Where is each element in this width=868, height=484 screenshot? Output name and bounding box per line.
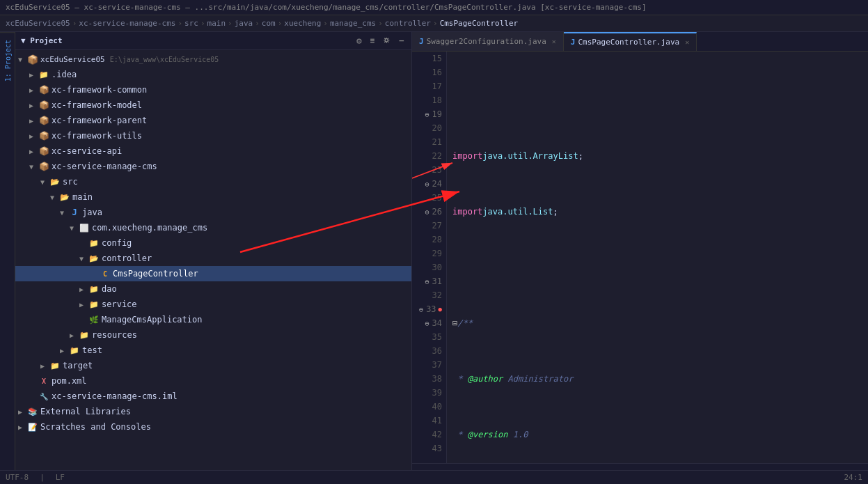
cms-tab-label: CmsPageController.java bbox=[578, 38, 679, 47]
tree-item-src[interactable]: ▼ 📂 src bbox=[15, 174, 411, 189]
tree-item-idea[interactable]: ▶ 📁 .idea bbox=[15, 67, 411, 82]
sidebar: ▼ Project ⚙ ≡ ⛭ – ▼ 📦 xcEduService05 E:\… bbox=[15, 32, 412, 470]
fold-icon-24[interactable]: ⊖ bbox=[425, 180, 429, 188]
breadcrumb-item-3[interactable]: main bbox=[207, 19, 226, 28]
tree-item-test[interactable]: ▶ 📁 test bbox=[15, 343, 411, 358]
folder-open-icon-java: J bbox=[69, 208, 80, 217]
main-layout: 1: Project ▼ Project ⚙ ≡ ⛭ – ▼ 📦 xcEduSe… bbox=[0, 32, 868, 470]
fold-icon-31[interactable]: ⊖ bbox=[425, 278, 429, 286]
idea-label: .idea bbox=[52, 70, 77, 79]
scratch-icon: 📝 bbox=[27, 422, 38, 432]
code-line-16: import java.util.ArrayList; bbox=[452, 149, 862, 163]
tree-item-service-api[interactable]: ▶ 📦 xc-service-api bbox=[15, 143, 411, 159]
tree-item-resources[interactable]: ▶ 📁 resources bbox=[15, 327, 411, 343]
code-content[interactable]: 15 16 17 18 ⊖19 20 21 22 23 ⊖24 25 ⊖26 2… bbox=[412, 52, 868, 463]
tab-swagger[interactable]: J Swagger2Configuration.java ✕ bbox=[412, 32, 564, 51]
code-line-19: ⊟/** bbox=[452, 316, 862, 330]
tree-item-root[interactable]: ▼ 📦 xcEduService05 E:\java_www\xcEduServ… bbox=[15, 52, 411, 67]
module-icon-model: 📦 bbox=[38, 100, 49, 110]
code-line-20: * @author Administrator bbox=[452, 372, 862, 386]
settings-icon[interactable]: ⛭ bbox=[381, 36, 393, 46]
java-file-icon: C bbox=[100, 269, 111, 279]
lib-icon: 📚 bbox=[27, 407, 38, 416]
breadcrumb-item-1[interactable]: xc-service-manage-cms bbox=[79, 19, 175, 28]
tree-item-framework-common[interactable]: ▶ 📦 xc-framework-common bbox=[15, 82, 411, 97]
xml-icon-pom: X bbox=[38, 376, 49, 386]
tree-item-package[interactable]: ▼ ⬜ com.xuecheng.manage_cms bbox=[15, 220, 411, 235]
module-icon-cms: 📦 bbox=[38, 162, 49, 171]
fold-icon-19[interactable]: ⊖ bbox=[425, 111, 429, 118]
project-tree: ▼ 📦 xcEduService05 E:\java_www\xcEduServ… bbox=[15, 50, 411, 470]
breadcrumb-item-7[interactable]: manage_cms bbox=[330, 19, 376, 28]
status-line-sep: | bbox=[40, 473, 45, 482]
tree-item-manage-cms-app[interactable]: ▶ 🌿 ManageCmsApplication bbox=[15, 312, 411, 327]
tree-item-config[interactable]: ▶ 📁 config bbox=[15, 235, 411, 251]
breadcrumb-item-6[interactable]: xuecheng bbox=[284, 19, 321, 28]
module-icon: 📦 bbox=[27, 54, 38, 64]
tab-cmscontroller[interactable]: J CmsPageController.java ✕ bbox=[564, 32, 697, 51]
code-area: J Swagger2Configuration.java ✕ J CmsPage… bbox=[412, 32, 868, 470]
tree-item-framework-utils[interactable]: ▶ 📦 xc-framework-utils bbox=[15, 128, 411, 143]
project-tab[interactable]: 1: Project bbox=[0, 32, 15, 88]
status-line-ending: LF bbox=[56, 473, 65, 482]
folder-icon-target: 📁 bbox=[49, 361, 61, 370]
tree-item-service[interactable]: ▶ 📁 service bbox=[15, 297, 411, 312]
close-cms[interactable]: ✕ bbox=[685, 38, 689, 46]
tree-item-java[interactable]: ▼ J java bbox=[15, 205, 411, 220]
code-line-21: * @version 1.0 bbox=[452, 428, 862, 442]
tree-item-scratches[interactable]: ▶ 📝 Scratches and Consoles bbox=[15, 419, 411, 435]
tree-item-main[interactable]: ▼ 📂 main bbox=[15, 189, 411, 205]
tree-item-framework-parent[interactable]: ▶ 📦 xc-framework-parent bbox=[15, 113, 411, 128]
module-icon-utils: 📦 bbox=[38, 131, 49, 141]
fold-icon-33[interactable]: ⊖ bbox=[419, 306, 423, 313]
tree-item-controller[interactable]: ▼ 📂 controller bbox=[15, 251, 411, 266]
tree-item-target[interactable]: ▶ 📁 target bbox=[15, 358, 411, 373]
tree-item-cmspagecontroller[interactable]: ▶ C CmsPageController bbox=[15, 266, 411, 281]
gear-icon[interactable]: ⚙ bbox=[354, 35, 364, 47]
breadcrumb-item-4[interactable]: java bbox=[235, 19, 253, 28]
service-label: service bbox=[102, 299, 137, 309]
breadcrumb-item-2[interactable]: src bbox=[184, 19, 198, 28]
tree-item-pom[interactable]: ▶ X pom.xml bbox=[15, 373, 411, 389]
fold-icon-26[interactable]: ⊖ bbox=[425, 208, 429, 216]
status-cursor: 24:1 bbox=[844, 473, 863, 482]
status-bar: UTF-8 | LF 24:1 bbox=[0, 470, 868, 484]
minus-icon[interactable]: – bbox=[397, 36, 406, 46]
root-path: E:\java_www\xcEduService05 bbox=[110, 56, 219, 63]
cmspagecontroller-label: CmsPageController bbox=[113, 269, 198, 279]
tree-item-external-libs[interactable]: ▶ 📚 External Libraries bbox=[15, 404, 411, 419]
code-line-18 bbox=[452, 260, 862, 274]
tree-item-iml[interactable]: ▶ 🔧 xc-service-manage-cms.iml bbox=[15, 389, 411, 404]
java-icon-swagger: J bbox=[419, 37, 424, 46]
root-label: xcEduService05 bbox=[40, 55, 105, 64]
breadcrumb-bar: xcEduService05 › xc-service-manage-cms ›… bbox=[0, 15, 868, 32]
breadcrumb-item-9[interactable]: CmsPageController bbox=[440, 19, 519, 28]
title-bar: xcEduService05 – xc-service-manage-cms –… bbox=[0, 0, 868, 15]
layout-icon[interactable]: ≡ bbox=[368, 36, 377, 46]
folder-open-icon-controller: 📂 bbox=[88, 253, 100, 263]
java-icon-cms: J bbox=[571, 38, 576, 47]
breadcrumb-item-0[interactable]: xcEduService05 bbox=[6, 19, 70, 28]
close-swagger[interactable]: ✕ bbox=[552, 38, 556, 45]
fold-icon-34[interactable]: ⊖ bbox=[425, 320, 429, 327]
breadcrumb-item-8[interactable]: controller bbox=[385, 19, 431, 28]
error-icon-33: ● bbox=[439, 306, 442, 313]
tree-item-dao[interactable]: ▶ 📁 dao bbox=[15, 281, 411, 297]
swagger-tab-label: Swagger2Configuration.java bbox=[427, 37, 546, 46]
module-icon-api: 📦 bbox=[38, 146, 49, 156]
folder-icon-service: 📁 bbox=[88, 299, 100, 309]
iml-icon: 🔧 bbox=[38, 391, 49, 401]
package-icon: ⬜ bbox=[79, 223, 90, 233]
folder-icon-dao: 📁 bbox=[88, 284, 100, 294]
folder-icon-resources: 📁 bbox=[79, 330, 90, 340]
project-label: ▼ Project bbox=[21, 36, 63, 45]
folder-open-icon-src: 📂 bbox=[49, 177, 61, 187]
tree-item-framework-model[interactable]: ▶ 📦 xc-framework-model bbox=[15, 97, 411, 113]
code-gutter: 15 16 17 18 ⊖19 20 21 22 23 ⊖24 25 ⊖26 2… bbox=[412, 52, 447, 463]
horizontal-scrollbar[interactable] bbox=[412, 463, 868, 470]
editor-tab-bar: J Swagger2Configuration.java ✕ J CmsPage… bbox=[412, 32, 868, 52]
tree-item-manage-cms[interactable]: ▼ 📦 xc-service-manage-cms bbox=[15, 159, 411, 174]
breadcrumb-item-5[interactable]: com bbox=[262, 19, 276, 28]
sidebar-header: ▼ Project ⚙ ≡ ⛭ – bbox=[15, 32, 411, 50]
folder-open-icon-main: 📂 bbox=[59, 192, 70, 202]
